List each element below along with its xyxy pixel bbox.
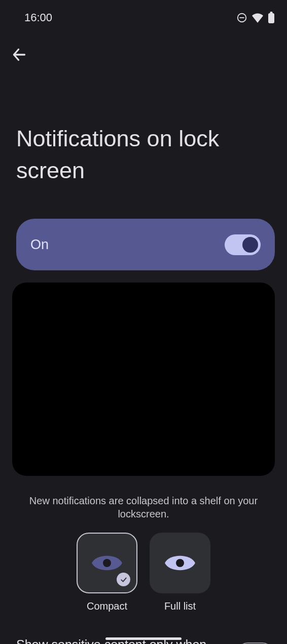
wifi-icon	[252, 13, 264, 23]
master-toggle-row[interactable]: On	[16, 219, 275, 270]
check-icon	[117, 573, 130, 586]
status-bar: 16:00	[0, 0, 287, 33]
svg-rect-3	[270, 12, 273, 14]
master-switch[interactable]	[225, 234, 261, 255]
eye-open-icon	[164, 552, 196, 574]
eye-closed-icon	[91, 552, 123, 574]
back-icon[interactable]	[10, 46, 28, 64]
option-full-tile	[150, 533, 210, 593]
option-full-label: Full list	[164, 600, 196, 612]
option-compact-tile	[77, 533, 137, 593]
status-time: 16:00	[24, 11, 52, 24]
app-bar	[0, 33, 287, 72]
battery-icon	[268, 12, 275, 24]
gesture-bar[interactable]	[105, 637, 182, 640]
option-full-list[interactable]: Full list	[150, 533, 210, 612]
preview-panel	[12, 283, 275, 476]
svg-rect-2	[268, 13, 274, 23]
svg-point-4	[103, 559, 111, 567]
dnd-icon	[236, 12, 247, 23]
status-icons	[236, 12, 275, 24]
option-compact[interactable]: Compact	[77, 533, 137, 612]
switch-thumb	[242, 237, 258, 253]
preview-description: New notifications are collapsed into a s…	[0, 476, 287, 520]
display-options: Compact Full list	[0, 533, 287, 612]
master-toggle-label: On	[30, 237, 49, 253]
svg-point-5	[176, 559, 184, 567]
page-title: Notifications on lock screen	[0, 72, 287, 196]
option-compact-label: Compact	[87, 600, 127, 612]
